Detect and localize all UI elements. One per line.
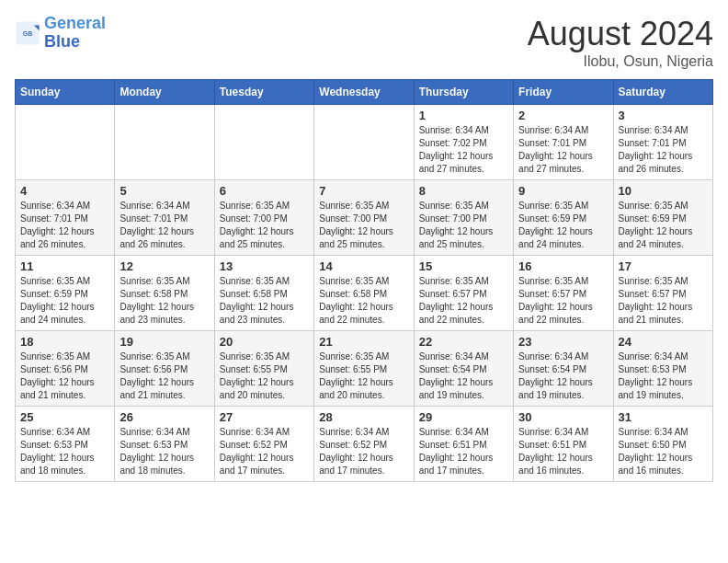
calendar-cell: 11Sunrise: 6:35 AMSunset: 6:59 PMDayligh… bbox=[16, 256, 115, 331]
day-info: Sunrise: 6:35 AMSunset: 6:57 PMDaylight:… bbox=[518, 275, 608, 327]
page-title: August 2024 bbox=[528, 15, 713, 53]
calendar-cell: 26Sunrise: 6:34 AMSunset: 6:53 PMDayligh… bbox=[115, 407, 214, 482]
calendar-cell: 4Sunrise: 6:34 AMSunset: 7:01 PMDaylight… bbox=[16, 180, 115, 256]
day-number: 9 bbox=[518, 184, 608, 198]
calendar-cell: 22Sunrise: 6:34 AMSunset: 6:54 PMDayligh… bbox=[414, 331, 513, 407]
calendar-cell: 6Sunrise: 6:35 AMSunset: 7:00 PMDaylight… bbox=[214, 180, 313, 256]
day-info: Sunrise: 6:35 AMSunset: 6:56 PMDaylight:… bbox=[20, 350, 109, 402]
day-info: Sunrise: 6:35 AMSunset: 7:00 PMDaylight:… bbox=[419, 200, 508, 251]
day-info: Sunrise: 6:35 AMSunset: 6:55 PMDaylight:… bbox=[319, 350, 408, 402]
day-info: Sunrise: 6:35 AMSunset: 6:59 PMDaylight:… bbox=[20, 275, 109, 327]
calendar-cell: 14Sunrise: 6:35 AMSunset: 6:58 PMDayligh… bbox=[314, 256, 414, 331]
day-number: 16 bbox=[518, 259, 608, 273]
day-number: 28 bbox=[319, 410, 408, 424]
calendar-cell: 9Sunrise: 6:35 AMSunset: 6:59 PMDaylight… bbox=[514, 180, 613, 256]
day-info: Sunrise: 6:34 AMSunset: 6:51 PMDaylight:… bbox=[518, 426, 608, 477]
calendar-cell: 16Sunrise: 6:35 AMSunset: 6:57 PMDayligh… bbox=[514, 256, 613, 331]
calendar-cell bbox=[115, 105, 214, 180]
calendar-cell: 28Sunrise: 6:34 AMSunset: 6:52 PMDayligh… bbox=[314, 407, 414, 482]
day-number: 14 bbox=[319, 259, 408, 273]
calendar-cell: 30Sunrise: 6:34 AMSunset: 6:51 PMDayligh… bbox=[514, 407, 613, 482]
calendar-cell: 18Sunrise: 6:35 AMSunset: 6:56 PMDayligh… bbox=[16, 331, 115, 407]
weekday-header: Friday bbox=[514, 80, 613, 105]
calendar-cell: 3Sunrise: 6:34 AMSunset: 7:01 PMDaylight… bbox=[613, 105, 712, 180]
calendar-cell: 2Sunrise: 6:34 AMSunset: 7:01 PMDaylight… bbox=[514, 105, 613, 180]
day-number: 11 bbox=[20, 259, 109, 273]
calendar-cell: 29Sunrise: 6:34 AMSunset: 6:51 PMDayligh… bbox=[414, 407, 513, 482]
calendar-cell: 20Sunrise: 6:35 AMSunset: 6:55 PMDayligh… bbox=[214, 331, 313, 407]
day-number: 17 bbox=[619, 259, 708, 273]
day-number: 3 bbox=[619, 109, 708, 122]
logo-icon: GB bbox=[15, 20, 40, 46]
day-number: 12 bbox=[119, 259, 209, 273]
calendar-cell: 8Sunrise: 6:35 AMSunset: 7:00 PMDaylight… bbox=[414, 180, 513, 256]
day-info: Sunrise: 6:34 AMSunset: 6:51 PMDaylight:… bbox=[419, 426, 508, 477]
day-number: 21 bbox=[319, 335, 408, 349]
day-info: Sunrise: 6:35 AMSunset: 6:55 PMDaylight:… bbox=[220, 350, 309, 402]
weekday-header-row: SundayMondayTuesdayWednesdayThursdayFrid… bbox=[16, 80, 713, 105]
day-info: Sunrise: 6:34 AMSunset: 6:54 PMDaylight:… bbox=[419, 350, 508, 402]
day-number: 25 bbox=[20, 410, 109, 424]
day-info: Sunrise: 6:34 AMSunset: 7:02 PMDaylight:… bbox=[419, 124, 508, 176]
day-info: Sunrise: 6:35 AMSunset: 6:58 PMDaylight:… bbox=[220, 275, 309, 327]
calendar-cell: 17Sunrise: 6:35 AMSunset: 6:57 PMDayligh… bbox=[613, 256, 712, 331]
day-info: Sunrise: 6:34 AMSunset: 7:01 PMDaylight:… bbox=[20, 200, 109, 251]
day-info: Sunrise: 6:34 AMSunset: 6:50 PMDaylight:… bbox=[619, 426, 708, 477]
day-info: Sunrise: 6:35 AMSunset: 6:57 PMDaylight:… bbox=[419, 275, 508, 327]
calendar-table: SundayMondayTuesdayWednesdayThursdayFrid… bbox=[15, 79, 713, 482]
calendar-cell: 5Sunrise: 6:34 AMSunset: 7:01 PMDaylight… bbox=[115, 180, 214, 256]
day-info: Sunrise: 6:34 AMSunset: 6:53 PMDaylight:… bbox=[20, 426, 109, 477]
calendar-cell: 10Sunrise: 6:35 AMSunset: 6:59 PMDayligh… bbox=[613, 180, 712, 256]
calendar-cell bbox=[214, 105, 313, 180]
day-info: Sunrise: 6:35 AMSunset: 6:59 PMDaylight:… bbox=[518, 200, 608, 251]
day-number: 31 bbox=[619, 410, 708, 424]
day-info: Sunrise: 6:35 AMSunset: 7:00 PMDaylight:… bbox=[220, 200, 309, 251]
day-info: Sunrise: 6:35 AMSunset: 6:57 PMDaylight:… bbox=[619, 275, 708, 327]
day-number: 2 bbox=[518, 109, 608, 122]
calendar-cell: 21Sunrise: 6:35 AMSunset: 6:55 PMDayligh… bbox=[314, 331, 414, 407]
calendar-cell: 24Sunrise: 6:34 AMSunset: 6:53 PMDayligh… bbox=[613, 331, 712, 407]
day-info: Sunrise: 6:34 AMSunset: 7:01 PMDaylight:… bbox=[119, 200, 209, 251]
weekday-header: Thursday bbox=[414, 80, 513, 105]
logo-text: GeneralBlue bbox=[44, 15, 106, 52]
calendar-week-row: 25Sunrise: 6:34 AMSunset: 6:53 PMDayligh… bbox=[16, 407, 713, 482]
day-info: Sunrise: 6:35 AMSunset: 6:59 PMDaylight:… bbox=[619, 200, 708, 251]
calendar-cell: 15Sunrise: 6:35 AMSunset: 6:57 PMDayligh… bbox=[414, 256, 513, 331]
calendar-cell: 23Sunrise: 6:34 AMSunset: 6:54 PMDayligh… bbox=[514, 331, 613, 407]
day-number: 26 bbox=[119, 410, 209, 424]
day-info: Sunrise: 6:34 AMSunset: 6:53 PMDaylight:… bbox=[619, 350, 708, 402]
day-number: 7 bbox=[319, 184, 408, 198]
day-number: 13 bbox=[220, 259, 309, 273]
day-number: 22 bbox=[419, 335, 508, 349]
day-info: Sunrise: 6:34 AMSunset: 7:01 PMDaylight:… bbox=[518, 124, 608, 176]
day-info: Sunrise: 6:35 AMSunset: 6:58 PMDaylight:… bbox=[319, 275, 408, 327]
svg-text:GB: GB bbox=[23, 30, 33, 37]
day-number: 18 bbox=[20, 335, 109, 349]
day-number: 10 bbox=[619, 184, 708, 198]
calendar-week-row: 18Sunrise: 6:35 AMSunset: 6:56 PMDayligh… bbox=[16, 331, 713, 407]
day-number: 30 bbox=[518, 410, 608, 424]
day-info: Sunrise: 6:34 AMSunset: 6:52 PMDaylight:… bbox=[319, 426, 408, 477]
weekday-header: Tuesday bbox=[214, 80, 313, 105]
calendar-week-row: 4Sunrise: 6:34 AMSunset: 7:01 PMDaylight… bbox=[16, 180, 713, 256]
day-info: Sunrise: 6:34 AMSunset: 7:01 PMDaylight:… bbox=[619, 124, 708, 176]
day-info: Sunrise: 6:34 AMSunset: 6:52 PMDaylight:… bbox=[220, 426, 309, 477]
day-number: 6 bbox=[220, 184, 309, 198]
day-number: 8 bbox=[419, 184, 508, 198]
weekday-header: Saturday bbox=[613, 80, 712, 105]
calendar-cell bbox=[314, 105, 414, 180]
day-number: 4 bbox=[20, 184, 109, 198]
day-info: Sunrise: 6:35 AMSunset: 7:00 PMDaylight:… bbox=[319, 200, 408, 251]
day-info: Sunrise: 6:35 AMSunset: 6:58 PMDaylight:… bbox=[119, 275, 209, 327]
day-info: Sunrise: 6:34 AMSunset: 6:54 PMDaylight:… bbox=[518, 350, 608, 402]
calendar-cell bbox=[16, 105, 115, 180]
calendar-cell: 13Sunrise: 6:35 AMSunset: 6:58 PMDayligh… bbox=[214, 256, 313, 331]
calendar-cell: 27Sunrise: 6:34 AMSunset: 6:52 PMDayligh… bbox=[214, 407, 313, 482]
day-number: 29 bbox=[419, 410, 508, 424]
calendar-week-row: 11Sunrise: 6:35 AMSunset: 6:59 PMDayligh… bbox=[16, 256, 713, 331]
weekday-header: Sunday bbox=[16, 80, 115, 105]
calendar-cell: 1Sunrise: 6:34 AMSunset: 7:02 PMDaylight… bbox=[414, 105, 513, 180]
weekday-header: Wednesday bbox=[314, 80, 414, 105]
calendar-week-row: 1Sunrise: 6:34 AMSunset: 7:02 PMDaylight… bbox=[16, 105, 713, 180]
day-info: Sunrise: 6:35 AMSunset: 6:56 PMDaylight:… bbox=[119, 350, 209, 402]
